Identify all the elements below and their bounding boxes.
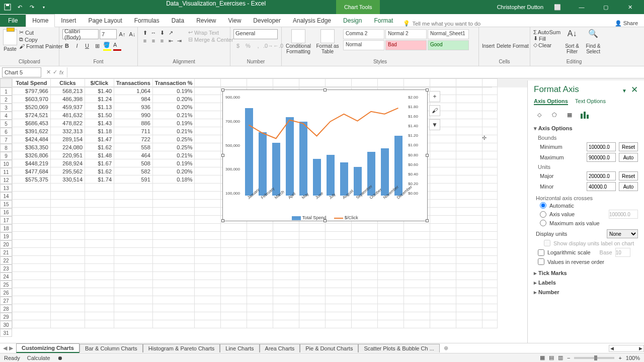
row-header[interactable]: 9 xyxy=(0,152,12,160)
enter-formula-icon[interactable]: ✓ xyxy=(53,69,57,75)
row-header[interactable]: 16 xyxy=(0,208,12,216)
row-header[interactable]: 15 xyxy=(0,200,12,208)
sheet-tab-scatter[interactable]: Scatter Plots & Bubble Ch ... xyxy=(358,344,439,352)
chart-filters-button[interactable]: ▼ xyxy=(429,119,440,130)
axis-min-input[interactable] xyxy=(587,142,616,151)
chart-legend[interactable]: Total Spend $/Click xyxy=(223,215,427,220)
sheet-nav-next-icon[interactable]: ▶ xyxy=(9,345,13,351)
tab-data[interactable]: Data xyxy=(166,15,190,27)
redo-icon[interactable]: ↷ xyxy=(26,2,37,13)
display-units-select[interactable]: None xyxy=(607,229,638,238)
zoom-level[interactable]: 100% xyxy=(626,355,640,361)
sheet-tab-pie[interactable]: Pie & Donut Charts xyxy=(300,344,358,352)
row-header[interactable]: 23 xyxy=(0,264,12,273)
log-base-input[interactable] xyxy=(615,248,630,257)
undo-icon[interactable]: ↶ xyxy=(14,2,25,13)
maximize-icon[interactable]: ▢ xyxy=(596,0,616,14)
view-page-break-icon[interactable]: ▥ xyxy=(558,354,563,361)
row-header[interactable]: 13 xyxy=(0,184,12,192)
tab-insert[interactable]: Insert xyxy=(55,15,82,27)
minimize-icon[interactable]: — xyxy=(572,0,592,14)
orientation-icon[interactable]: ↗ xyxy=(167,29,175,36)
tell-me-search[interactable]: 💡 Tell me what you want to do xyxy=(403,20,480,27)
comma-icon[interactable]: , xyxy=(254,41,263,50)
crosses-axis-value-input[interactable] xyxy=(609,210,638,219)
conditional-formatting-button[interactable]: Conditional Formatting xyxy=(285,29,312,54)
align-center-icon[interactable]: ≡ xyxy=(149,37,157,44)
zoom-slider[interactable] xyxy=(574,357,614,359)
style-comma2[interactable]: Comma 2 xyxy=(343,29,384,39)
row-header[interactable]: 20 xyxy=(0,240,12,248)
format-as-table-button[interactable]: Format as Table xyxy=(314,29,341,54)
pane-close-icon[interactable]: ✕ xyxy=(631,85,638,95)
tab-home[interactable]: Home xyxy=(26,14,55,27)
axis-minor-input[interactable] xyxy=(587,182,616,191)
crosses-axis-value-radio[interactable] xyxy=(540,211,546,218)
row-header[interactable]: 30 xyxy=(0,321,12,329)
row-header[interactable]: 2 xyxy=(0,96,12,104)
font-name-combo[interactable]: Calibri (Body) xyxy=(62,29,99,39)
zoom-out-icon[interactable]: − xyxy=(567,355,570,361)
tick-marks-section[interactable]: Tick Marks xyxy=(534,270,638,277)
paste-button[interactable]: Paste xyxy=(3,29,17,52)
cancel-formula-icon[interactable]: ✕ xyxy=(46,69,51,75)
row-header[interactable]: 25 xyxy=(0,281,12,289)
embedded-chart[interactable]: 900,000700,000500,000300,000100,000 $2.0… xyxy=(222,89,428,221)
crosses-max-radio[interactable] xyxy=(540,220,546,226)
axis-options-tab[interactable]: Axis Options xyxy=(534,98,568,105)
labels-section[interactable]: Labels xyxy=(534,280,638,286)
sheet-tab-bar-column[interactable]: Bar & Column Charts xyxy=(79,344,143,352)
font-size-combo[interactable]: 7 xyxy=(100,29,117,39)
axis-options-icon[interactable] xyxy=(579,109,590,120)
align-top-icon[interactable]: ⬆ xyxy=(141,29,149,36)
tab-file[interactable]: File xyxy=(0,15,26,27)
style-normal-sheet1[interactable]: Normal_Sheet1 xyxy=(428,29,469,39)
row-header[interactable]: 6 xyxy=(0,128,12,136)
horizontal-scrollbar[interactable]: ◀▶ xyxy=(609,345,644,352)
axis-max-input[interactable] xyxy=(587,153,616,162)
row-header[interactable]: 3 xyxy=(0,104,12,112)
chart-styles-button[interactable]: 🖌 xyxy=(429,105,440,116)
align-bottom-icon[interactable]: ⬇ xyxy=(158,29,166,36)
sheet-tab-histogram[interactable]: Histogram & Pareto Charts xyxy=(143,344,220,352)
view-page-layout-icon[interactable]: ▤ xyxy=(549,354,554,361)
row-header[interactable]: 4 xyxy=(0,112,12,120)
reverse-order-check[interactable] xyxy=(538,258,544,265)
size-props-icon[interactable]: ▦ xyxy=(564,109,575,120)
axis-min-reset[interactable]: Reset xyxy=(619,142,638,151)
tab-analysis-edge[interactable]: Analysis Edge xyxy=(287,15,337,27)
indent-dec-icon[interactable]: ⇤ xyxy=(167,37,175,44)
axis-minor-auto[interactable]: Auto xyxy=(619,182,638,191)
borders-button[interactable]: ⊞ xyxy=(93,41,102,50)
style-normal2[interactable]: Normal 2 xyxy=(385,29,427,39)
row-header[interactable]: 27 xyxy=(0,297,12,305)
tab-format[interactable]: Format xyxy=(368,15,399,27)
log-scale-check[interactable] xyxy=(538,249,544,256)
axis-major-input[interactable] xyxy=(587,171,616,180)
text-options-tab[interactable]: Text Options xyxy=(575,98,606,105)
number-format-combo[interactable]: General xyxy=(233,29,278,39)
ribbon-display-icon[interactable]: ⬜ xyxy=(547,0,568,14)
clear-button[interactable]: ◇ Clear xyxy=(533,42,560,48)
number-section[interactable]: Number xyxy=(534,289,638,296)
row-header[interactable]: 10 xyxy=(0,160,12,168)
bold-button[interactable]: B xyxy=(62,41,71,50)
row-header[interactable]: 31 xyxy=(0,329,12,337)
find-select-button[interactable]: 🔍Find & Select xyxy=(584,29,603,54)
row-header[interactable]: 21 xyxy=(0,248,12,256)
row-header[interactable]: 7 xyxy=(0,136,12,144)
row-header[interactable]: 28 xyxy=(0,305,12,313)
fill-button[interactable]: ⬇ Fill xyxy=(533,35,560,42)
increase-decimal-icon[interactable]: .0→ xyxy=(264,41,273,50)
merge-center-button[interactable]: ⊟ Merge & Center xyxy=(188,36,233,43)
increase-font-icon[interactable]: A↑ xyxy=(118,30,127,39)
save-icon[interactable] xyxy=(2,2,13,13)
sheet-tab-customizing[interactable]: Customizing Charts xyxy=(16,343,79,353)
row-header[interactable]: 22 xyxy=(0,256,12,264)
tab-design[interactable]: Design xyxy=(337,15,368,27)
copy-button[interactable]: ⧉ Copy xyxy=(19,36,63,43)
row-header[interactable]: 19 xyxy=(0,232,12,240)
align-middle-icon[interactable]: ↔ xyxy=(149,29,157,36)
new-sheet-button[interactable]: ⊕ xyxy=(440,345,452,351)
tab-view[interactable]: View xyxy=(222,15,248,27)
